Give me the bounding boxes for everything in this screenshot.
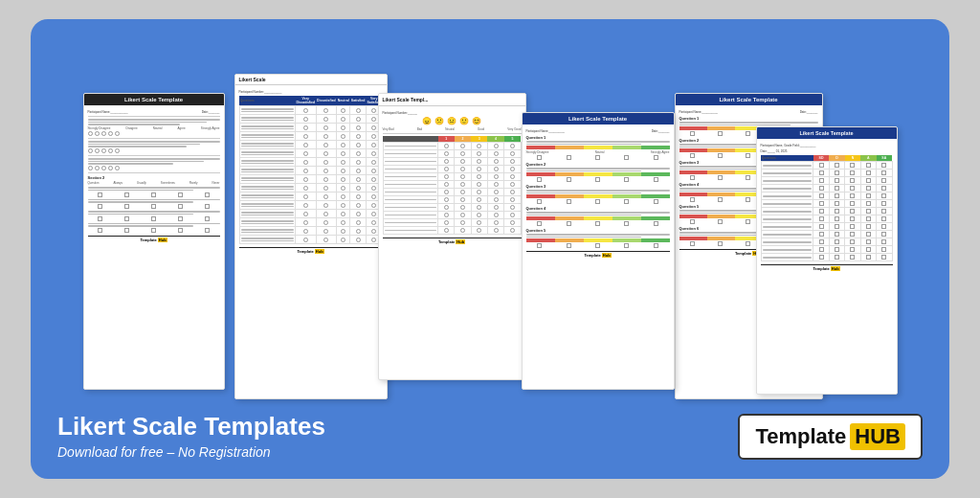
card-3-header: Likert Scale Templ... <box>379 94 525 106</box>
main-banner: Likert Scale Template Participant Name:_… <box>31 19 949 479</box>
templates-area: Likert Scale Template Participant Name:_… <box>57 42 923 399</box>
card-4-body: Participant Name:__________ Date:_______… <box>523 124 674 260</box>
template-card-4[interactable]: Likert Scale Template Participant Name:_… <box>522 112 675 390</box>
page-title: Likert Scale Templates <box>57 413 325 441</box>
card-5-header: Likert Scale Template <box>676 94 822 105</box>
card-1-header: Likert Scale Template <box>84 94 224 105</box>
card-4-header: Likert Scale Template <box>523 113 674 124</box>
logo-box[interactable]: Template HUB <box>738 414 923 460</box>
card-2-body: Participant Number:___________ Questions… <box>235 85 387 257</box>
template-card-3[interactable]: Likert Scale Templ... Participant Number… <box>378 93 526 380</box>
template-card-1[interactable]: Likert Scale Template Participant Name:_… <box>83 93 225 390</box>
card-6-header: Likert Scale Template <box>757 127 897 139</box>
template-card-2[interactable]: Likert Scale Participant Number:________… <box>234 74 388 399</box>
logo-template-text: Template <box>755 424 846 449</box>
card-2-header: Likert Scale <box>235 75 387 85</box>
bottom-area: Likert Scale Templates Download for free… <box>57 403 923 460</box>
card-3-body: Participant Number:______ 😠 😕 😐 🙂 😊 Very… <box>379 106 525 247</box>
bottom-left-text: Likert Scale Templates Download for free… <box>57 413 325 460</box>
card-6-body: Participant Name, Grade Field:__________… <box>757 139 897 274</box>
logo-hub-text: HUB <box>850 423 905 450</box>
template-card-6[interactable]: Likert Scale Template Participant Name, … <box>756 126 898 395</box>
page-subtitle: Download for free – No Registration <box>57 444 325 460</box>
card-1-body: Participant Name:___________ Date:______… <box>84 105 224 245</box>
